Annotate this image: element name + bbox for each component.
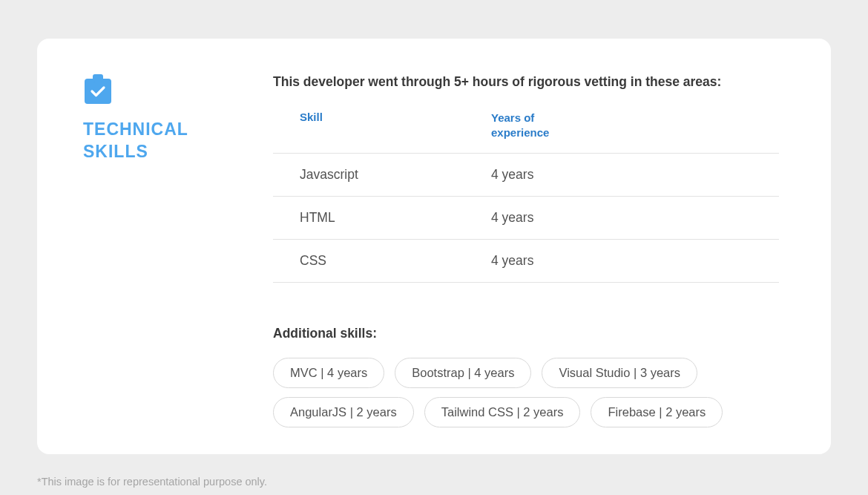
section-title-line1: TECHNICAL <box>83 119 188 139</box>
table-row: CSS 4 years <box>273 240 779 283</box>
skill-pill: Firebase | 2 years <box>591 397 723 427</box>
section-title-line2: SKILLS <box>83 142 148 161</box>
cell-years: 4 years <box>491 210 533 226</box>
skill-pill: Visual Studio | 3 years <box>542 358 697 388</box>
svg-rect-2 <box>94 76 102 82</box>
skill-pill: Tailwind CSS | 2 years <box>424 397 581 427</box>
table-row: HTML 4 years <box>273 197 779 240</box>
table-row: Javascript 4 years <box>273 154 779 197</box>
skill-pill: MVC | 4 years <box>273 358 384 388</box>
header-skill: Skill <box>300 111 491 140</box>
skill-pill: Bootstrap | 4 years <box>395 358 531 388</box>
clipboard-check-icon <box>85 74 111 104</box>
header-years: Years of experience <box>491 111 558 140</box>
cell-years: 4 years <box>491 253 533 269</box>
footnote: *This image is for representational purp… <box>37 476 267 488</box>
skills-table: Skill Years of experience Javascript 4 y… <box>273 111 779 283</box>
additional-skills-list: MVC | 4 years Bootstrap | 4 years Visual… <box>273 358 779 427</box>
skills-card: TECHNICAL SKILLS This developer went thr… <box>37 39 831 454</box>
table-header: Skill Years of experience <box>273 111 779 154</box>
main-content: This developer went through 5+ hours of … <box>273 74 779 410</box>
cell-years: 4 years <box>491 167 533 183</box>
skill-pill: AngularJS | 2 years <box>273 397 414 427</box>
additional-skills-title: Additional skills: <box>273 326 779 341</box>
cell-skill: Javascript <box>300 167 491 183</box>
cell-skill: CSS <box>300 253 491 269</box>
cell-skill: HTML <box>300 210 491 226</box>
sidebar: TECHNICAL SKILLS <box>83 74 233 410</box>
section-title: TECHNICAL SKILLS <box>83 119 233 163</box>
intro-text: This developer went through 5+ hours of … <box>273 74 779 90</box>
